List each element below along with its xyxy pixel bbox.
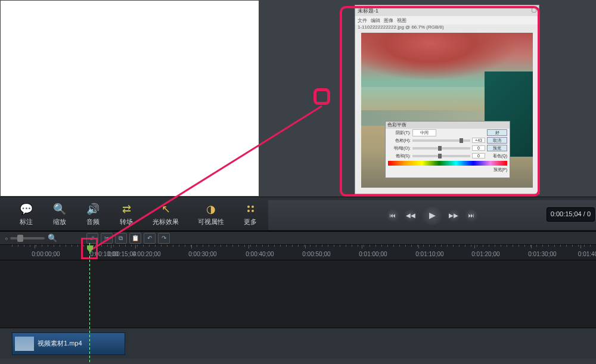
inner-window-menu: 文件编辑图像视图 bbox=[355, 16, 539, 24]
cursor-effects-label: 光标效果 bbox=[153, 217, 179, 226]
visual-properties-label: 可视属性 bbox=[198, 217, 224, 226]
inner-window-title-text: 未标题-1 bbox=[358, 7, 378, 15]
preview-playback-controls: ⏮ ◀◀ ▶ ▶▶ ⏭ 0:00:15;04 / 0 bbox=[268, 200, 596, 230]
ruler-label: 0:01:10;00 bbox=[415, 251, 443, 257]
inner-window-tab: 1-1102222222222.jpg @ 66.7% (RGB/8) bbox=[355, 24, 539, 33]
dlg-preview-button: 预览 bbox=[487, 145, 507, 151]
timeline-zoom-slider[interactable] bbox=[10, 237, 45, 239]
timeline-zoom-icon[interactable]: 🔍 bbox=[47, 233, 58, 244]
dlg-sat-label: 饱和(S): bbox=[388, 153, 411, 159]
tool-undo-button[interactable]: ↶ bbox=[144, 233, 156, 244]
timeline-tools: ◦ 🔍 ⫽ ✂ ⧉ 📋 ↶ ↷ bbox=[0, 231, 596, 244]
ruler-label: 0:01:40;0 bbox=[578, 251, 596, 257]
preview-area: 未标题-1 文件编辑图像视图 1-1102222222222.jpg @ 66.… bbox=[259, 0, 596, 197]
dlg-sat-slider bbox=[412, 155, 470, 157]
step-back-button[interactable]: ◀◀ bbox=[404, 209, 417, 222]
dlg-hue-slider bbox=[412, 139, 470, 142]
dlg-cancel-button: 取消 bbox=[487, 137, 507, 144]
dialog-title: 色彩平衡 bbox=[386, 122, 510, 129]
audio-button[interactable]: 🔊 音频 bbox=[86, 202, 100, 226]
timeline-track-2[interactable]: 视频素材1.mp4 bbox=[0, 328, 596, 359]
ruler-label: 0:01:20;00 bbox=[471, 251, 499, 257]
cursor-icon: ↖ bbox=[159, 202, 173, 216]
more-icon bbox=[243, 202, 257, 216]
tool-cut-button[interactable]: ⫽ bbox=[86, 233, 98, 244]
tool-copy-button[interactable]: ⧉ bbox=[115, 233, 127, 244]
dlg-dropdown-value: 中间 bbox=[412, 129, 436, 136]
tool-redo-button[interactable]: ↷ bbox=[158, 233, 170, 244]
dlg-light-slider bbox=[412, 147, 470, 150]
preview-content[interactable]: 未标题-1 文件编辑图像视图 1-1102222222222.jpg @ 66.… bbox=[355, 5, 539, 194]
more-label: 更多 bbox=[244, 217, 257, 226]
timeline-track-1[interactable] bbox=[0, 260, 596, 328]
tool-split-button[interactable]: ✂ bbox=[101, 233, 113, 244]
ruler-label: 0:01:30;00 bbox=[528, 251, 556, 257]
timeline-handle-icon: ◦ bbox=[5, 234, 8, 243]
ruler-label: 0:00:20;00 bbox=[132, 251, 160, 257]
library-panel[interactable] bbox=[0, 0, 259, 197]
transition-icon: ⇄ bbox=[119, 202, 134, 216]
speaker-icon: 🔊 bbox=[86, 202, 100, 216]
zoom-label: 缩放 bbox=[53, 217, 66, 226]
svg-marker-1 bbox=[87, 245, 93, 253]
play-button[interactable]: ▶ bbox=[422, 205, 442, 225]
cursor-effects-button[interactable]: ↖ 光标效果 bbox=[153, 202, 179, 226]
dlg-hue-value: +43 bbox=[472, 138, 485, 143]
dlg-color-strip bbox=[388, 161, 507, 166]
video-clip[interactable]: 视频素材1.mp4 bbox=[12, 332, 125, 355]
callout-button[interactable]: 💬 标注 bbox=[19, 202, 33, 226]
zoom-button[interactable]: 🔍 缩放 bbox=[52, 202, 67, 226]
ruler-label: 0:00:40;00 bbox=[246, 251, 274, 257]
ruler-label: 0:00:00;00 bbox=[32, 251, 60, 257]
visual-properties-button[interactable]: ◑ 可视属性 bbox=[198, 202, 224, 226]
inner-window-title: 未标题-1 bbox=[355, 5, 539, 16]
dlg-light-value: 0 bbox=[472, 145, 485, 151]
callout-label: 标注 bbox=[20, 217, 33, 226]
dlg-pick-label: 看色(Q) bbox=[487, 153, 507, 159]
ruler-label: 0:00:30;00 bbox=[188, 251, 216, 257]
dlg-preview-check: 预览(P) bbox=[386, 167, 510, 173]
timeline-playhead-marker[interactable] bbox=[87, 245, 93, 253]
clip-thumbnail bbox=[15, 337, 34, 351]
tool-paste-button[interactable]: 📋 bbox=[129, 233, 141, 244]
inner-dialog: 色彩平衡 阴影(T): 中间 好 色相(H): +43 取消 明/暗(O): 0… bbox=[385, 121, 510, 178]
visual-props-icon: ◑ bbox=[204, 202, 218, 216]
go-end-button[interactable]: ⏭ bbox=[465, 209, 478, 222]
transition-label: 转场 bbox=[120, 217, 133, 226]
callout-icon: 💬 bbox=[19, 202, 33, 216]
clip-filename: 视频素材1.mp4 bbox=[38, 339, 82, 348]
inner-window-close-icon bbox=[532, 8, 536, 13]
audio-label: 音频 bbox=[86, 217, 100, 226]
transition-button[interactable]: ⇄ 转场 bbox=[119, 202, 134, 226]
more-button[interactable]: 更多 bbox=[243, 202, 257, 226]
dlg-ok-button: 好 bbox=[487, 129, 507, 136]
dlg-hue-label: 色相(H): bbox=[388, 138, 411, 144]
ruler-label: 0:00:50;00 bbox=[302, 251, 330, 257]
dlg-light-label: 明/暗(O): bbox=[388, 145, 411, 151]
step-forward-button[interactable]: ▶▶ bbox=[447, 209, 460, 222]
go-start-button[interactable]: ⏮ bbox=[386, 209, 399, 222]
dlg-dropdown-label: 阴影(T): bbox=[388, 130, 411, 136]
timecode-display[interactable]: 0:00:15;04 / 0 bbox=[547, 207, 595, 222]
dlg-sat-value: 0 bbox=[472, 153, 485, 158]
magnifier-icon: 🔍 bbox=[52, 202, 67, 216]
ruler-label: 0:01:00;00 bbox=[359, 251, 387, 257]
